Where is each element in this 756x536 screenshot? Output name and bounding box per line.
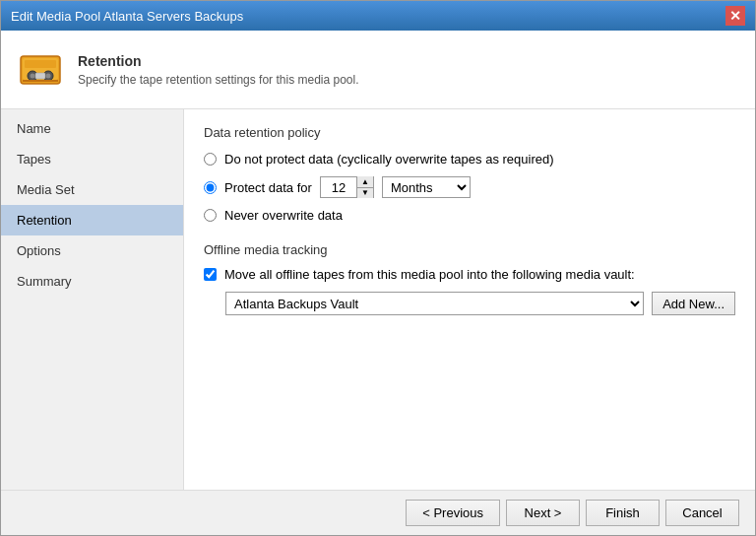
window-title: Edit Media Pool Atlanta Servers Backups <box>11 9 243 24</box>
svg-rect-2 <box>25 60 56 68</box>
tape-icon <box>17 46 64 94</box>
header-title: Retention <box>78 53 359 69</box>
sidebar-item-name[interactable]: Name <box>1 113 183 144</box>
cancel-button[interactable]: Cancel <box>665 500 739 526</box>
radio2-label: Protect data for <box>224 180 312 195</box>
sidebar-item-summary[interactable]: Summary <box>1 266 183 297</box>
content-area: Retention Specify the tape retention set… <box>1 31 755 535</box>
data-retention-policy-label: Data retention policy <box>204 125 735 140</box>
radio-never-overwrite[interactable] <box>204 209 217 222</box>
radio-group: Do not protect data (cyclically overwrit… <box>204 152 735 223</box>
footer: < Previous Next > Finish Cancel <box>1 490 755 535</box>
next-button[interactable]: Next > <box>506 500 580 526</box>
sidebar-item-media-set[interactable]: Media Set <box>1 174 183 205</box>
main-area: Name Tapes Media Set Retention Options S… <box>1 109 755 490</box>
sidebar-item-options[interactable]: Options <box>1 235 183 266</box>
vault-select[interactable]: Atlanta Backups Vault <box>225 292 644 315</box>
sidebar-item-tapes[interactable]: Tapes <box>1 144 183 174</box>
form-area: Data retention policy Do not protect dat… <box>184 109 755 490</box>
sidebar-item-retention[interactable]: Retention <box>1 205 183 235</box>
offline-section: Offline media tracking Move all offline … <box>204 242 735 315</box>
months-select[interactable]: Days Weeks Months Years <box>382 176 471 198</box>
radio-row-3: Never overwrite data <box>204 208 735 223</box>
close-button[interactable]: ✕ <box>725 6 745 26</box>
protect-value-input[interactable] <box>321 177 356 197</box>
header-text: Retention Specify the tape retention set… <box>78 53 359 87</box>
spinner-up-button[interactable]: ▲ <box>357 176 373 187</box>
radio3-label: Never overwrite data <box>224 208 343 223</box>
radio-row-1: Do not protect data (cyclically overwrit… <box>204 152 735 167</box>
radio-no-protect[interactable] <box>204 153 217 166</box>
offline-media-tracking-label: Offline media tracking <box>204 242 735 257</box>
add-new-button[interactable]: Add New... <box>652 292 735 315</box>
previous-button[interactable]: < Previous <box>406 500 500 526</box>
svg-point-4 <box>31 73 35 78</box>
svg-rect-7 <box>35 73 45 79</box>
radio-row-2: Protect data for ▲ ▼ Days Weeks Months <box>204 176 735 198</box>
vault-row: Atlanta Backups Vault Add New... <box>225 292 735 315</box>
svg-point-6 <box>46 73 51 78</box>
main-window: Edit Media Pool Atlanta Servers Backups … <box>0 0 756 536</box>
header-subtitle: Specify the tape retention settings for … <box>78 73 359 87</box>
svg-rect-8 <box>23 80 58 82</box>
finish-button[interactable]: Finish <box>586 500 660 526</box>
title-bar: Edit Media Pool Atlanta Servers Backups … <box>1 1 755 31</box>
header-section: Retention Specify the tape retention set… <box>1 31 755 109</box>
number-spinner: ▲ ▼ <box>320 176 374 198</box>
radio1-label: Do not protect data (cyclically overwrit… <box>224 152 554 167</box>
spinner-buttons: ▲ ▼ <box>356 176 373 198</box>
radio-protect[interactable] <box>204 181 217 194</box>
checkbox-row: Move all offline tapes from this media p… <box>204 267 735 282</box>
offline-checkbox[interactable] <box>204 268 217 281</box>
sidebar: Name Tapes Media Set Retention Options S… <box>1 109 184 490</box>
spinner-down-button[interactable]: ▼ <box>357 187 373 198</box>
checkbox-label: Move all offline tapes from this media p… <box>224 267 635 282</box>
